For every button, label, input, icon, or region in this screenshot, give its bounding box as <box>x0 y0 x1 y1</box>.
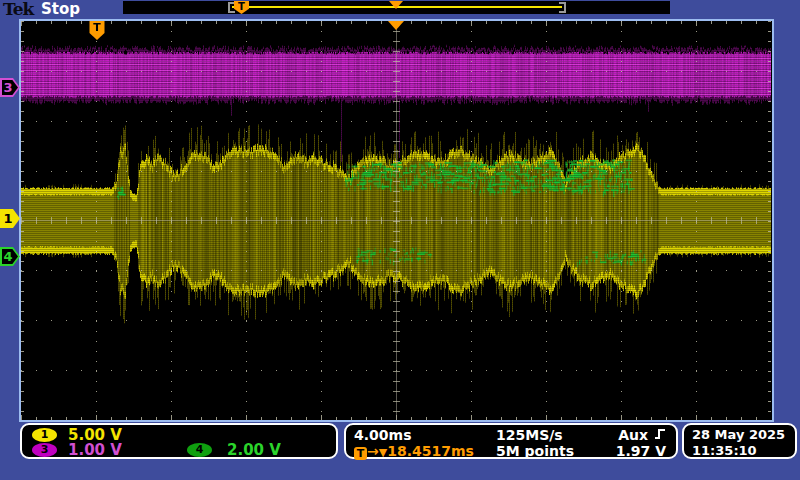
trigger-delay-value: 18.4517ms <box>387 443 474 459</box>
top-bar: Tek Stop T <box>0 0 800 19</box>
time-readout: 11:35:10 <box>692 443 757 458</box>
channel-4-marker[interactable]: 4 <box>0 247 20 266</box>
trigger-source-label: Aux <box>618 427 648 443</box>
trigger-delay-readout: T→▼18.4517ms <box>354 443 474 460</box>
ch3-badge[interactable]: 3 <box>32 443 57 457</box>
channel-3-marker[interactable]: 3 <box>0 78 20 97</box>
record-trigger-t-icon[interactable]: T <box>234 1 249 14</box>
trigger-t-badge-icon: T <box>354 447 367 460</box>
horizontal-trigger-readout-box[interactable]: 4.00ms 125MS/s Aux T→▼18.4517ms 5M point… <box>344 423 678 459</box>
trigger-level-readout: 1.97 V <box>616 443 666 459</box>
arrow-down-icon: ▼ <box>379 446 387 459</box>
rising-edge-icon <box>654 427 666 441</box>
datetime-box[interactable]: 28 May 2025 11:35:10 <box>682 423 797 459</box>
ch4-scale: 2.00 V <box>227 441 281 459</box>
waveform-display[interactable] <box>21 21 771 420</box>
window-bracket-right-icon[interactable] <box>559 2 566 13</box>
channel-4-marker-label: 4 <box>2 248 14 265</box>
record-length-readout: 5M points <box>496 443 574 459</box>
ch1-badge[interactable]: 1 <box>32 428 57 442</box>
channel-1-marker[interactable]: 1 <box>0 209 20 228</box>
trigger-source-readout: Aux <box>618 427 666 443</box>
channel-3-marker-label: 3 <box>2 79 14 96</box>
ch4-badge[interactable]: 4 <box>187 443 212 457</box>
record-view-bar[interactable]: T <box>123 1 670 14</box>
arrow-right-icon: → <box>367 443 379 459</box>
tek-logo: Tek <box>3 0 33 19</box>
window-bracket-left-icon[interactable] <box>228 2 235 13</box>
record-expansion-triangle-icon <box>389 1 403 9</box>
ch3-scale: 1.00 V <box>68 441 122 459</box>
vertical-scale-readout-box[interactable]: 1 5.00 V 3 1.00 V 4 2.00 V <box>20 423 338 459</box>
channel-1-marker-label: 1 <box>2 210 14 227</box>
timebase-readout: 4.00ms <box>354 427 411 443</box>
sample-rate-readout: 125MS/s <box>496 427 563 443</box>
date-readout: 28 May 2025 <box>692 427 785 442</box>
acquisition-status: Stop <box>41 0 80 18</box>
